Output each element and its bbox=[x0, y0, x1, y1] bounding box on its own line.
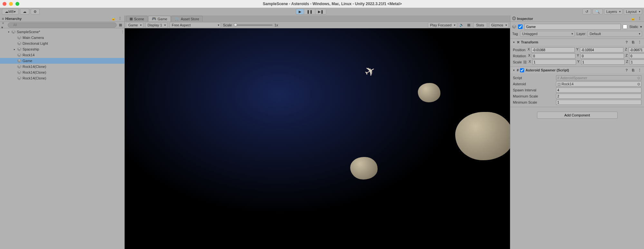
spawn-interval-label: Spawn Interval bbox=[513, 88, 555, 92]
spawner-enabled-checkbox[interactable] bbox=[520, 68, 524, 72]
display-dropdown[interactable]: Display 1 bbox=[145, 22, 168, 28]
rotation-z-input[interactable] bbox=[629, 53, 644, 59]
hierarchy-item[interactable]: Rock14(Clone) bbox=[0, 75, 124, 81]
scale-y-input[interactable] bbox=[581, 60, 625, 65]
layout-dropdown[interactable]: Layout bbox=[624, 9, 642, 14]
tab-icon: ▦ bbox=[130, 17, 133, 21]
tag-dropdown[interactable]: Untagged bbox=[520, 31, 575, 37]
game-mode-dropdown[interactable]: Game bbox=[126, 22, 143, 28]
transform-foldout-icon[interactable]: ▾ bbox=[512, 41, 515, 44]
static-checkbox[interactable] bbox=[623, 24, 627, 29]
layer-dropdown[interactable]: Default bbox=[587, 31, 642, 37]
cloud-button[interactable]: ☁ bbox=[20, 9, 29, 14]
add-component-button[interactable]: Add Component bbox=[537, 112, 618, 119]
spawner-foldout-icon[interactable]: ▾ bbox=[512, 69, 515, 72]
static-label: Static bbox=[629, 25, 638, 29]
hierarchy-item-label: SampleScene* bbox=[17, 30, 40, 34]
mute-audio-icon[interactable]: 🔈 bbox=[459, 23, 464, 28]
help-icon[interactable]: ? bbox=[624, 40, 629, 45]
game-view-toolbar: Game Display 1 Free Aspect Scale 1x Play… bbox=[125, 22, 510, 28]
static-dropdown-icon[interactable]: ▾ bbox=[640, 25, 642, 29]
play-focused-dropdown[interactable]: Play Focused bbox=[428, 22, 457, 28]
hierarchy-search-input[interactable] bbox=[8, 23, 117, 28]
scale-z-input[interactable] bbox=[630, 60, 644, 65]
hierarchy-item[interactable]: Rock14(Clone) bbox=[0, 69, 124, 75]
max-scale-input[interactable] bbox=[556, 94, 641, 99]
step-button[interactable]: ▶❚ bbox=[315, 9, 326, 14]
foldout-icon[interactable]: ▸ bbox=[13, 48, 16, 51]
z-axis-label: Z bbox=[625, 53, 629, 59]
hierarchy-options-icon[interactable]: ⋮ bbox=[117, 16, 122, 21]
rotation-y-input[interactable] bbox=[581, 53, 624, 59]
z-axis-label: Z bbox=[624, 47, 628, 52]
aspect-grid-icon[interactable]: ▦ bbox=[466, 23, 471, 28]
preset-icon[interactable]: ⎘ bbox=[630, 68, 636, 73]
hierarchy-tree: ▾SampleScene*⋮Main CameraDirectional Lig… bbox=[0, 28, 124, 249]
scale-label: Scale bbox=[513, 60, 522, 64]
undo-history-button[interactable]: ↺ bbox=[582, 9, 591, 14]
min-scale-input[interactable] bbox=[556, 100, 641, 105]
gameobject-name-input[interactable] bbox=[524, 24, 621, 30]
component-options-icon[interactable]: ⋮ bbox=[637, 68, 642, 73]
hierarchy-item-label: Rock14(Clone) bbox=[23, 65, 46, 69]
hierarchy-item[interactable]: Game bbox=[0, 58, 124, 64]
tab-asset-store[interactable]: 🛒Asset Store bbox=[171, 16, 203, 22]
hierarchy-item[interactable]: ▸Spaceship bbox=[0, 46, 124, 52]
account-button[interactable]: ☁ MB ▾ bbox=[2, 9, 19, 14]
aspect-dropdown[interactable]: Free Aspect bbox=[169, 22, 221, 28]
preset-icon[interactable]: ⎘ bbox=[630, 40, 636, 45]
position-y-input[interactable] bbox=[580, 47, 623, 52]
position-z-input[interactable] bbox=[629, 47, 644, 52]
gameobject-icon[interactable] bbox=[512, 25, 516, 29]
cube-icon bbox=[17, 47, 21, 51]
center-panel: ▦Scene🎮Game🛒Asset Store Game Display 1 F… bbox=[125, 15, 510, 249]
hierarchy-header: ≡ Hierarchy 🔒 ⋮ bbox=[0, 15, 124, 22]
main-layout: ≡ Hierarchy 🔒 ⋮ ＋▾ ▦ ▾SampleScene*⋮Main … bbox=[0, 15, 644, 249]
cube-icon bbox=[17, 59, 21, 63]
maximize-icon[interactable] bbox=[15, 2, 19, 6]
link-scale-icon[interactable]: ⛓ bbox=[523, 60, 527, 65]
foldout-icon[interactable]: ▾ bbox=[7, 31, 10, 33]
gameobject-header: Static ▾ Tag Untagged Layer Default bbox=[510, 22, 644, 39]
object-picker-icon[interactable]: ⊙ bbox=[637, 82, 640, 86]
scene-options-icon[interactable]: ⋮ bbox=[121, 30, 124, 34]
inspector-title: Inspector bbox=[517, 17, 533, 21]
hierarchy-item[interactable]: Rock14 bbox=[0, 52, 124, 58]
pause-button[interactable]: ❚❚ bbox=[304, 9, 315, 14]
create-gameobject-button[interactable]: ＋▾ bbox=[1, 23, 6, 28]
inspector-lock-icon[interactable]: 🔒 bbox=[630, 16, 636, 21]
stats-button[interactable]: Stats bbox=[473, 22, 487, 28]
spawn-interval-input[interactable] bbox=[556, 88, 641, 93]
inspector-header: ⓘ Inspector 🔒 ⋮ bbox=[510, 15, 644, 22]
search-button[interactable]: 🔍 bbox=[592, 9, 603, 14]
hierarchy-search-type-icon[interactable]: ▦ bbox=[118, 23, 123, 28]
scale-x-input[interactable] bbox=[533, 60, 576, 65]
minimize-icon[interactable] bbox=[9, 2, 13, 6]
scale-label: Scale bbox=[223, 23, 232, 27]
tab-game[interactable]: 🎮Game bbox=[148, 16, 171, 22]
tab-scene[interactable]: ▦Scene bbox=[126, 16, 148, 22]
asteroid-object-field[interactable]: ◫ Rock14 ⊙ bbox=[556, 81, 641, 87]
scale-slider[interactable] bbox=[234, 24, 273, 26]
hierarchy-item[interactable]: Main Camera bbox=[0, 35, 124, 41]
hierarchy-item[interactable]: ▾SampleScene*⋮ bbox=[0, 29, 124, 35]
hierarchy-lock-icon[interactable]: 🔒 bbox=[111, 16, 116, 21]
settings-button[interactable]: ⚙ bbox=[31, 9, 40, 14]
hierarchy-item[interactable]: Rock14(Clone) bbox=[0, 64, 124, 69]
hierarchy-item-label: Main Camera bbox=[23, 36, 44, 40]
gameobject-active-checkbox[interactable] bbox=[518, 24, 523, 29]
cube-icon bbox=[17, 36, 21, 40]
component-options-icon[interactable]: ⋮ bbox=[637, 40, 642, 45]
macos-titlebar: SampleScene - Asteroids - Windows, Mac, … bbox=[0, 0, 644, 8]
gizmos-dropdown[interactable]: Gizmos bbox=[489, 22, 509, 28]
layers-dropdown[interactable]: Layers bbox=[604, 9, 622, 14]
rotation-x-input[interactable] bbox=[532, 53, 575, 59]
inspector-options-icon[interactable]: ⋮ bbox=[637, 16, 642, 21]
position-x-input[interactable] bbox=[531, 47, 575, 52]
hierarchy-item[interactable]: Directional Light bbox=[0, 41, 124, 46]
object-picker-icon: ⊙ bbox=[637, 76, 640, 80]
close-icon[interactable] bbox=[3, 2, 6, 6]
help-icon[interactable]: ? bbox=[624, 68, 629, 73]
hierarchy-foldout-icon[interactable]: ≡ bbox=[2, 17, 4, 21]
play-button[interactable]: ▶ bbox=[296, 9, 304, 14]
